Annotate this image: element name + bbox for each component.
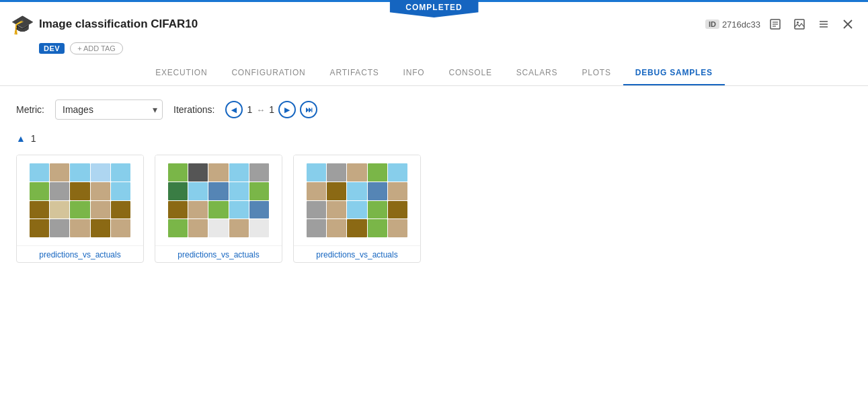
svg-rect-4 (795, 19, 804, 29)
tab-configuration[interactable]: CONFIGURATION (219, 61, 317, 85)
page-title: Image classification CIFAR10 (39, 17, 198, 31)
mosaic-cell (168, 201, 188, 219)
mosaic-cell (327, 219, 346, 237)
mosaic-cell (70, 219, 89, 237)
iter-range-icon: ↔ (256, 105, 265, 115)
mosaic-cell (111, 182, 130, 200)
image-card-label-1: predictions_vs_actuals (17, 245, 143, 262)
mosaic-cell (307, 201, 326, 219)
mosaic-cell (327, 163, 346, 182)
mosaic-cell (50, 219, 69, 237)
header-actions: ID 2716dc33 (705, 15, 857, 34)
section-chevron-icon: ▲ (16, 133, 26, 144)
mosaic-cell (368, 182, 387, 200)
mosaic-cell (368, 201, 387, 219)
controls-row: Metric: Images ▾ Iterations: ◀ 1 ↔ 1 ▶ ⏭ (16, 99, 852, 120)
image-card-label-2: predictions_vs_actuals (155, 245, 282, 262)
mosaic-cell (111, 201, 130, 219)
mosaic-cell (388, 219, 407, 237)
mosaic-cell (188, 201, 208, 219)
image-button[interactable] (790, 15, 809, 34)
image-card-inner-2 (155, 155, 282, 245)
mosaic-cell (368, 163, 387, 182)
tab-execution[interactable]: EXECUTION (143, 61, 219, 85)
mosaic-cell (168, 219, 188, 237)
mosaic-cell (91, 219, 110, 237)
mosaic-cell (30, 219, 49, 237)
metric-dropdown[interactable]: Images (55, 99, 163, 120)
mosaic-cell (307, 219, 326, 237)
image-mosaic-2 (168, 163, 269, 237)
close-button[interactable] (838, 15, 857, 34)
mosaic-cell (388, 163, 407, 182)
image-card-3[interactable]: predictions_vs_actuals (293, 155, 421, 263)
tab-plots[interactable]: PLOTS (569, 61, 623, 85)
mosaic-cell (30, 182, 49, 200)
iterations-label: Iterations: (173, 104, 214, 115)
last-iter-button[interactable]: ⏭ (300, 101, 317, 118)
mosaic-cell (30, 201, 49, 219)
iter-end-value: 1 (269, 104, 274, 115)
mosaic-cell (347, 219, 366, 237)
logo-icon: 🎓 (11, 13, 32, 35)
id-value: 2716dc33 (722, 19, 760, 30)
section-header[interactable]: ▲ 1 (16, 133, 852, 144)
prev-iter-button[interactable]: ◀ (225, 101, 243, 118)
id-label: ID (705, 19, 719, 29)
mosaic-cell (91, 182, 110, 200)
id-badge: ID 2716dc33 (705, 19, 760, 30)
tab-scalars[interactable]: SCALARS (504, 61, 570, 85)
image-card-2[interactable]: predictions_vs_actuals (155, 155, 282, 263)
mosaic-cell (50, 182, 69, 200)
tab-artifacts[interactable]: ARTIFACTS (318, 61, 391, 85)
mosaic-cell (50, 163, 69, 182)
mosaic-cell (91, 163, 110, 182)
next-iter-button[interactable]: ▶ (278, 101, 296, 118)
mosaic-cell (91, 201, 110, 219)
menu-button[interactable] (814, 15, 833, 34)
mosaic-cell (249, 201, 269, 219)
mosaic-cell (327, 182, 346, 200)
mosaic-cell (208, 182, 228, 200)
dev-tag: DEV (39, 43, 65, 54)
mosaic-cell (249, 163, 269, 182)
report-button[interactable] (766, 15, 785, 34)
mosaic-cell (307, 163, 326, 182)
mosaic-cell (249, 219, 269, 237)
mosaic-cell (50, 201, 69, 219)
mosaic-cell (70, 163, 89, 182)
image-grid: predictions_vs_actuals (16, 155, 852, 263)
mosaic-cell (208, 201, 228, 219)
image-card-inner-1 (17, 155, 143, 245)
main-content: Metric: Images ▾ Iterations: ◀ 1 ↔ 1 ▶ ⏭… (0, 86, 868, 276)
mosaic-cell (168, 182, 188, 200)
mosaic-cell (30, 163, 49, 182)
mosaic-cell (327, 201, 346, 219)
metric-select-wrapper: Images ▾ (55, 99, 163, 120)
image-mosaic-1 (30, 163, 130, 237)
mosaic-cell (208, 163, 228, 182)
mosaic-cell (347, 182, 366, 200)
mosaic-cell (388, 201, 407, 219)
image-card-1[interactable]: predictions_vs_actuals (16, 155, 144, 263)
mosaic-cell (70, 182, 89, 200)
mosaic-cell (70, 201, 89, 219)
image-mosaic-3 (307, 163, 407, 237)
mosaic-cell (229, 182, 249, 200)
tab-info[interactable]: INFO (391, 61, 437, 85)
iter-controls: ◀ 1 ↔ 1 ▶ ⏭ (225, 101, 317, 118)
iter-start-value: 1 (247, 104, 252, 115)
mosaic-cell (111, 219, 130, 237)
section-number: 1 (31, 133, 36, 144)
mosaic-cell (307, 182, 326, 200)
mosaic-cell (188, 219, 208, 237)
tags-row: DEV + ADD TAG (0, 40, 868, 54)
nav-tabs: EXECUTION CONFIGURATION ARTIFACTS INFO C… (0, 61, 868, 86)
image-card-inner-3 (294, 155, 420, 245)
tab-debug-samples[interactable]: DEBUG SAMPLES (623, 61, 725, 85)
add-tag-button[interactable]: + ADD TAG (70, 42, 123, 54)
mosaic-cell (347, 201, 366, 219)
svg-point-5 (797, 22, 799, 24)
mosaic-cell (229, 163, 249, 182)
tab-console[interactable]: CONSOLE (436, 61, 504, 85)
